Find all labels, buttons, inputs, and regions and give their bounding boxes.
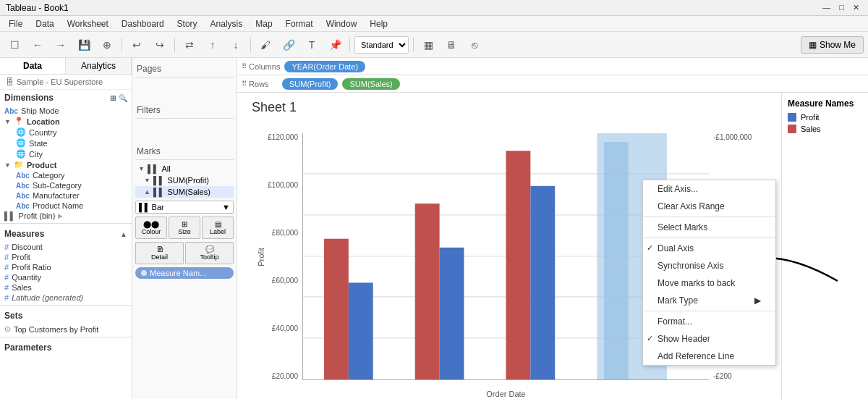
data-source[interactable]: 🗄 Sample - EU Superstore: [0, 75, 132, 90]
dim-state[interactable]: 🌐 State: [0, 138, 132, 148]
set-topcustomers[interactable]: ⊙ Top Customers by Profit: [0, 324, 132, 335]
add-data-btn[interactable]: ⊕: [97, 35, 117, 54]
dim-subcategory[interactable]: Abc Sub-Category: [0, 180, 132, 190]
menu-dashboard[interactable]: Dashboard: [116, 17, 170, 30]
show-me-button[interactable]: ▦ Show Me: [801, 36, 864, 54]
dim-location[interactable]: ▼ 📍 Location: [0, 116, 132, 127]
detail-btn[interactable]: 🖹 Detail: [135, 242, 184, 264]
new-btn[interactable]: ☐: [4, 35, 25, 54]
pages-area: [135, 80, 234, 102]
menu-map[interactable]: Map: [250, 17, 278, 30]
dim-profitbin[interactable]: ▌▌ Profit (bin) ▶: [0, 211, 132, 221]
tab-analytics[interactable]: Analytics: [66, 58, 132, 74]
search-icon[interactable]: 🔍: [119, 94, 127, 102]
dim-manufacturer[interactable]: Abc Manufacturer: [0, 190, 132, 201]
legend-item-profit[interactable]: Profit: [788, 113, 862, 122]
maximize-btn[interactable]: □: [836, 3, 847, 12]
link-btn[interactable]: 🔗: [278, 35, 299, 54]
params-label: Parameters: [4, 343, 51, 353]
hash-icon: #: [4, 243, 9, 251]
mark-type-dropdown[interactable]: ▌▌ Bar ▼: [135, 201, 234, 214]
menu-format[interactable]: Format: [280, 17, 319, 30]
y-val-4: £40,000: [272, 324, 298, 332]
expand-icon: ▶: [58, 212, 63, 219]
ctx-show-header[interactable]: Show Header: [643, 330, 775, 348]
measure-latitude[interactable]: # Latitude (generated): [0, 293, 132, 303]
menu-help[interactable]: Help: [364, 17, 393, 30]
tab-data[interactable]: Data: [0, 58, 66, 74]
columns-pill[interactable]: YEAR(Order Date): [284, 61, 365, 72]
measure-profitratio[interactable]: # Profit Ratio: [0, 262, 132, 272]
ctx-edit-axis[interactable]: Edit Axis...: [643, 180, 775, 198]
measure-discount[interactable]: # Discount: [0, 242, 132, 252]
menu-analysis[interactable]: Analysis: [205, 17, 249, 30]
rows-label: ⠿ Rows: [242, 80, 278, 88]
ctx-select-marks[interactable]: Select Marks: [643, 219, 775, 236]
measure-sales[interactable]: # Sales: [0, 282, 132, 293]
paint-btn[interactable]: 🖌: [255, 35, 276, 54]
measure-name-pill[interactable]: Measure Nam...: [135, 267, 234, 279]
legend-item-sales[interactable]: Sales: [788, 125, 862, 133]
ctx-mark-type[interactable]: Mark Type ▶: [643, 292, 775, 309]
share-btn[interactable]: ⎋: [464, 35, 485, 54]
ctx-format[interactable]: Format...: [643, 313, 775, 330]
grid-icon[interactable]: ⊞: [110, 94, 116, 102]
menu-window[interactable]: Window: [320, 17, 363, 30]
redo-btn[interactable]: ↪: [150, 35, 170, 54]
dim-product[interactable]: ▼ 📁 Product: [0, 159, 132, 170]
minimize-btn[interactable]: —: [820, 3, 833, 12]
measures-label: Measures: [4, 229, 44, 239]
manufacturer-label: Manufacturer: [33, 191, 80, 200]
label-btn[interactable]: ▤ Label: [202, 217, 234, 239]
measure-profit[interactable]: # Profit: [0, 252, 132, 262]
undo-btn[interactable]: ↩: [127, 35, 147, 54]
rows-pill-sales[interactable]: SUM(Sales): [342, 78, 399, 90]
abc-icon: Abc: [16, 192, 30, 200]
marks-label: Marks: [135, 143, 234, 160]
monitor-btn[interactable]: 🖥: [441, 35, 461, 54]
marks-row-sales[interactable]: ▲ ▌▌ SUM(Sales): [135, 186, 234, 198]
standard-dropdown[interactable]: Standard: [354, 36, 409, 54]
ctx-sync-axis[interactable]: Synchronise Axis: [643, 257, 775, 274]
forward-btn[interactable]: →: [51, 35, 71, 54]
menu-file[interactable]: File: [3, 17, 28, 30]
ctx-clear-axis[interactable]: Clear Axis Range: [643, 198, 775, 215]
left-panel: Data Analytics 🗄 Sample - EU Superstore …: [0, 58, 132, 399]
ctx-move-marks[interactable]: Move marks to back: [643, 274, 775, 292]
swap-btn[interactable]: ⇄: [179, 35, 200, 54]
rows-shelf: ⠿ Rows SUM(Profit) SUM(Sales): [237, 75, 868, 93]
colour-btn[interactable]: ⬤⬤ Colour: [135, 217, 167, 239]
sort-desc-btn[interactable]: ↓: [226, 35, 246, 54]
abc-icon: Abc: [4, 107, 18, 115]
ctx-dual-axis[interactable]: Dual Axis: [643, 240, 775, 257]
sort-asc-btn[interactable]: ↑: [203, 35, 223, 54]
measure-quantity[interactable]: # Quantity: [0, 272, 132, 282]
bar-sales-3: [506, 151, 531, 379]
menu-worksheet[interactable]: Worksheet: [61, 17, 114, 30]
pin-btn[interactable]: 📌: [325, 35, 345, 54]
marks-row-profit[interactable]: ▼ ▌▌ SUM(Profit): [135, 175, 234, 186]
text-btn[interactable]: T: [302, 35, 322, 54]
dim-city[interactable]: 🌐 City: [0, 148, 132, 159]
tooltip-btn[interactable]: 💬 Tooltip: [185, 242, 234, 264]
menu-data[interactable]: Data: [30, 17, 59, 30]
legend-title: Measure Names: [788, 98, 862, 109]
marks-row-all[interactable]: ▼ ▌▌ All: [135, 163, 234, 175]
rows-pill-profit[interactable]: SUM(Profit): [282, 78, 338, 90]
dim-country[interactable]: 🌐 Country: [0, 127, 132, 138]
dim-shipmode[interactable]: Abc Ship Mode: [0, 106, 132, 116]
profit-label: Profit: [12, 253, 30, 261]
sets-header: Sets: [0, 308, 132, 324]
table-btn[interactable]: ▦: [418, 35, 438, 54]
save-btn[interactable]: 💾: [74, 35, 94, 54]
menu-story[interactable]: Story: [171, 17, 203, 30]
ctx-add-reference[interactable]: Add Reference Line: [643, 348, 775, 365]
dim-category[interactable]: Abc Category: [0, 170, 132, 180]
back-btn[interactable]: ←: [27, 35, 48, 54]
collapse-measures-icon[interactable]: ▲: [120, 230, 127, 238]
window-controls[interactable]: — □ ✕: [820, 3, 862, 12]
size-btn[interactable]: ⊞ Size: [169, 217, 200, 239]
dim-productname[interactable]: Abc Product Name: [0, 201, 132, 211]
close-btn[interactable]: ✕: [850, 3, 862, 12]
mark-type-label: Bar: [152, 203, 221, 211]
